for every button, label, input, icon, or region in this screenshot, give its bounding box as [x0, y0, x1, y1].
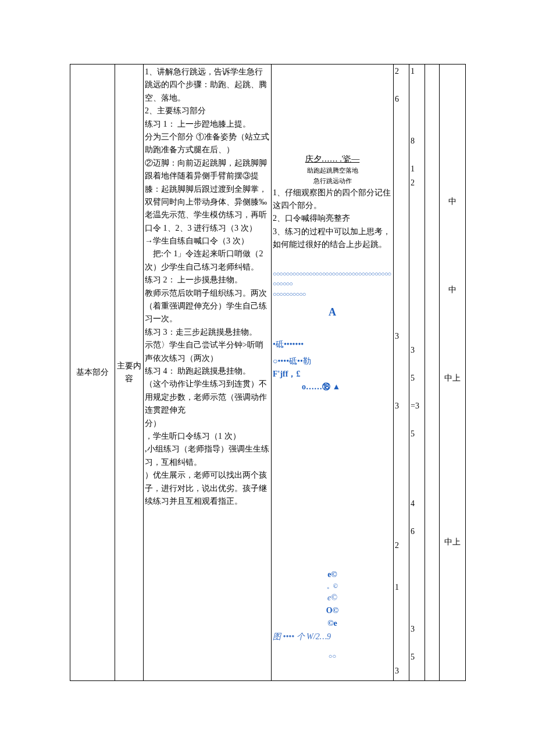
formation-diagram: F'jff，£ [273, 368, 392, 381]
count-value [411, 359, 423, 372]
paragraph: →学生自练自喊口令（3 次） [145, 235, 270, 248]
count-value [395, 121, 408, 135]
count-value [411, 386, 423, 400]
count-value [411, 149, 423, 163]
count-value [411, 205, 423, 219]
formation-diagram: ○••••砥••勒 [273, 355, 392, 368]
count-value: 1 [395, 582, 408, 596]
paragraph: 3、练习的过程中可以加上思考，如何能过很好的结合上步起跳。 [273, 225, 392, 252]
intensity-value [441, 297, 464, 372]
count-value: 3 [395, 331, 408, 345]
count-value [411, 247, 423, 261]
count-value: =3 [411, 400, 423, 414]
exercise-title: 练习 1： 上一步蹬地膝上提。 [145, 118, 270, 131]
paragraph: 2、口令喊得响亮整齐 [273, 212, 392, 225]
formation-diagram: e© [273, 592, 392, 604]
formation-diagram: •砥••••••• [273, 338, 392, 351]
count-value [395, 596, 408, 610]
count-value: 4 [411, 498, 423, 512]
table-row: 基本部分 主要内容 1、讲解急行跳远，告诉学生急行跳远的四个步骤：助跑、起跳、腾… [70, 65, 466, 681]
exercise-title: 练习 3：走三步起跳摸悬挂物。 [145, 326, 270, 339]
intensity-value [441, 461, 464, 536]
count-value [395, 386, 408, 400]
paragraph: 2、主要练习部分 [145, 105, 270, 117]
count-value [411, 233, 423, 247]
count-value [395, 191, 408, 205]
paragraph: ,小组练习（老师指导）强调生生练习，互相纠错。 [145, 443, 270, 469]
count-value: 2 [411, 177, 423, 191]
count-value [395, 484, 408, 498]
count-value [411, 470, 423, 484]
count-value [411, 331, 423, 345]
count-column-a: 2633213 [394, 65, 409, 681]
count-value [411, 80, 423, 94]
spacer-column [425, 65, 440, 681]
count-value [411, 512, 423, 526]
count-value: 2 [395, 66, 408, 80]
intensity-value: 中上 [441, 536, 464, 549]
paragraph: ，学生听口令练习（1 次） [145, 430, 270, 443]
intensity-value: 中 [441, 196, 464, 209]
formation-diagram: ©e [273, 617, 392, 630]
formation-diagram: ○○○○○○○○○○ [273, 289, 392, 300]
count-value [411, 121, 423, 135]
paragraph: ）优生展示，老师可以找出两个孩子，进行对比，说出优劣。孩子继续练习并且互相观看指… [145, 469, 270, 508]
count-value [395, 108, 408, 121]
count-value [411, 596, 423, 610]
paragraph: 1、讲解急行跳远，告诉学生急行跳远的四个步骤：助跑、起跳、腾空、落地。 [145, 66, 270, 105]
count-value [395, 526, 408, 540]
count-value [411, 414, 423, 428]
student-activity-cell: 庆夕…… .'瓷— 助跑起跳腾空落地 急行跳远动作 1、仔细观察图片的四个部分记… [272, 65, 394, 681]
count-value: 5 [411, 372, 423, 386]
subsection-label: 主要内容 [117, 361, 141, 383]
diagram-caption: 急行跳远动作 [273, 176, 392, 187]
formation-diagram: 。© [273, 581, 392, 592]
count-value [395, 512, 408, 526]
count-value: 3 [395, 400, 408, 414]
formation-diagram: o……⑱ ▲ [273, 381, 392, 393]
paragraph: 示范〉学生自己尝试半分钟>听哨声依次练习（两次） [145, 339, 270, 365]
intensity-value: 中上 [441, 372, 464, 385]
paragraph: （这个动作让学生练习到连贯）不用规定步数，老师示范（强调动作连贯蹬伸充 分） [145, 378, 270, 430]
formation-diagram: ○○○○○○○○○○○○○○○○○○○○○○○○○○○○○○○○○○○○○○○○… [273, 269, 392, 289]
count-value: 6 [395, 94, 408, 108]
paragraph: 教师示范后吹哨子组织练习。两次（着重强调蹬伸充分）学生自己练习一次。 [145, 287, 270, 326]
count-value [411, 554, 423, 568]
paragraph: 分为三个部分 ①准备姿势（站立式助跑准备方式腿在后、） [145, 131, 270, 157]
count-value [395, 359, 408, 372]
count-value [411, 582, 423, 596]
formation-marker: A [273, 304, 392, 321]
count-value [395, 470, 408, 484]
count-value [411, 289, 423, 303]
count-value [395, 80, 408, 94]
lesson-plan-table: 基本部分 主要内容 1、讲解急行跳远，告诉学生急行跳远的四个步骤：助跑、起跳、腾… [70, 64, 466, 681]
formation-diagram: e© [273, 568, 392, 581]
count-value [395, 428, 408, 442]
subsection-cell: 主要内容 [115, 65, 144, 681]
section-label: 基本部分 [76, 368, 109, 377]
count-value [395, 163, 408, 177]
count-value [395, 637, 408, 651]
intensity-value [441, 209, 464, 284]
formation-diagram: O© [273, 604, 392, 617]
diagram-caption: 庆夕…… .'瓷— [273, 153, 392, 166]
count-value [411, 317, 423, 331]
exercise-title: 练习 4： 助跑起跳摸悬挂物。 [145, 365, 270, 378]
count-value: 1 [411, 163, 423, 177]
count-value: 2 [395, 540, 408, 554]
count-value [395, 303, 408, 317]
count-value [411, 191, 423, 205]
count-value [395, 317, 408, 331]
count-value [395, 275, 408, 289]
diagram-caption: 图 •••• 个 W/2…9 [273, 630, 392, 643]
count-value [395, 624, 408, 637]
section-cell: 基本部分 [70, 65, 115, 681]
count-value [411, 456, 423, 470]
count-value [411, 484, 423, 498]
count-value [411, 637, 423, 651]
count-value [395, 205, 408, 219]
count-value [395, 372, 408, 386]
count-value [395, 219, 408, 233]
count-value [411, 108, 423, 121]
count-value [395, 135, 408, 149]
